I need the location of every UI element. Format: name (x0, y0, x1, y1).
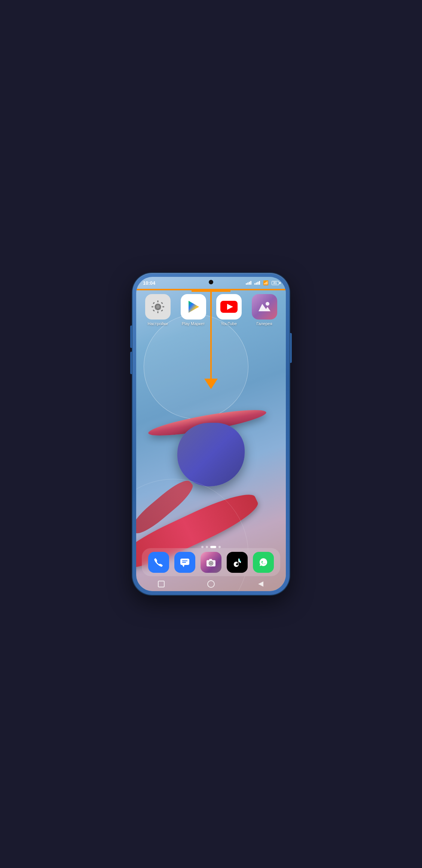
svg-rect-17 (180, 559, 189, 565)
signal-bars-2 (254, 281, 260, 285)
signal-bar (247, 282, 248, 285)
dock-messages[interactable] (174, 552, 195, 573)
nav-bar (136, 577, 286, 591)
svg-rect-3 (152, 306, 153, 308)
youtube-icon (220, 301, 238, 313)
svg-rect-8 (161, 309, 163, 312)
playmarket-icon (186, 299, 201, 315)
svg-rect-24 (209, 559, 212, 560)
svg-rect-1 (157, 300, 158, 302)
wifi-icon: 📶 (263, 280, 269, 285)
dock (142, 548, 280, 576)
whatsapp-icon (258, 557, 269, 568)
status-time: 10:04 (143, 280, 155, 286)
app-settings[interactable]: Настройки (145, 294, 171, 326)
nav-back[interactable] (256, 579, 266, 589)
signal-bar (256, 282, 257, 285)
app-youtube[interactable]: YouTube (216, 294, 242, 326)
signal-bars-1 (246, 281, 251, 285)
back-icon (257, 581, 264, 587)
home-icon (207, 580, 215, 588)
dock-camera[interactable] (201, 552, 221, 573)
svg-marker-28 (258, 581, 263, 587)
gallery-icon-wrap (252, 294, 277, 320)
screen: 10:04 (136, 277, 286, 591)
dock-phone[interactable] (148, 552, 169, 573)
camera-icon (205, 557, 217, 568)
signal-bar (259, 281, 260, 285)
signal-bar (250, 281, 251, 285)
nav-recent-apps[interactable] (156, 579, 166, 589)
app-row: Настройки (136, 294, 286, 326)
settings-icon-wrap (145, 294, 171, 320)
app-gallery[interactable]: Галерея (252, 294, 277, 326)
battery-percent: 31 (273, 281, 277, 285)
svg-rect-5 (153, 302, 155, 304)
app-playmarket[interactable]: Play Маркет (181, 294, 206, 326)
dock-whatsapp[interactable] (253, 552, 274, 573)
recent-apps-icon (158, 580, 165, 588)
signal-bar (254, 283, 256, 285)
playmarket-label: Play Маркет (182, 321, 205, 326)
svg-point-27 (208, 581, 214, 587)
camera-notch (209, 280, 213, 284)
wallpaper-circle (144, 314, 248, 419)
settings-label: Настройки (148, 321, 168, 326)
messages-icon (179, 557, 190, 568)
signal-bar (257, 282, 259, 285)
svg-rect-4 (162, 306, 164, 308)
phone-screen: 10:04 (136, 277, 286, 591)
playmarket-icon-wrap (181, 294, 206, 320)
svg-marker-11 (189, 301, 199, 313)
signal-bar (249, 282, 250, 285)
wallpaper-blob (177, 423, 245, 486)
battery-icon: 31 (272, 281, 279, 285)
svg-point-16 (266, 302, 269, 306)
phone-frame: 10:04 (132, 273, 290, 595)
youtube-label: YouTube (221, 321, 237, 326)
phone-icon (153, 557, 164, 568)
nav-home[interactable] (206, 579, 216, 589)
gallery-label: Галерея (256, 321, 272, 326)
youtube-icon-wrap (216, 294, 242, 320)
status-icons: 📶 31 (246, 280, 279, 285)
svg-rect-6 (161, 302, 163, 304)
svg-point-23 (210, 562, 212, 564)
signal-bar (246, 283, 247, 285)
dock-tiktok[interactable] (227, 552, 248, 573)
svg-point-10 (156, 305, 159, 308)
svg-rect-26 (158, 581, 164, 587)
svg-marker-18 (182, 565, 184, 567)
gallery-icon (256, 299, 273, 315)
settings-gear-icon (150, 299, 165, 314)
svg-rect-7 (153, 309, 155, 312)
tiktok-icon (232, 557, 242, 568)
orange-indicator-bar (136, 289, 286, 290)
svg-rect-2 (157, 311, 158, 313)
